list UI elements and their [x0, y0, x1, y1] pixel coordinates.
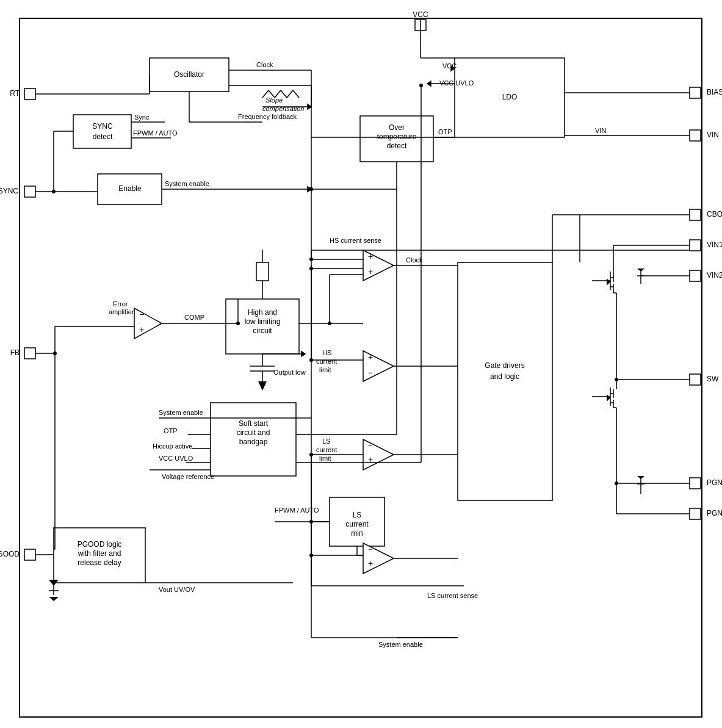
vcc-uvlo-ldo-label: VCC UVLO — [439, 79, 474, 87]
pin-SW — [690, 374, 701, 385]
sw-dot — [615, 378, 618, 381]
sync-detect-label2: detect — [93, 132, 113, 141]
ls-min-label1: LS — [353, 511, 362, 519]
pin-BIAS — [690, 87, 701, 98]
ls-min-fpwm-dot — [309, 520, 313, 524]
slope-comp-label2: compensation — [262, 105, 305, 112]
pin-PGND1 — [690, 478, 701, 489]
sync-detect-block — [73, 115, 131, 148]
hs-current-sense-label: HS current sense — [330, 237, 381, 244]
pgood-logic-label2: with filter and — [78, 549, 121, 558]
over-temp-label2: temperature — [377, 132, 417, 141]
high-low-label1: High and — [248, 308, 277, 317]
pin-PGOOD — [24, 549, 35, 560]
error-amp-label1: Error — [113, 300, 128, 308]
over-temp-label1: Over — [389, 123, 405, 132]
high-low-label3: circuit — [253, 326, 272, 335]
oscillator-label: Oscillator — [174, 70, 204, 79]
ls-min-label3: min — [351, 529, 363, 538]
pin-VIN2-label: VIN2 — [707, 271, 722, 279]
fpwm-auto2-label: FPWM / AUTO — [275, 506, 319, 514]
system-enable-bottom-label: System enable — [378, 641, 423, 648]
pin-RT-label: RT — [10, 89, 20, 98]
over-temp-label3: detect — [387, 142, 407, 150]
fpwm-label1: FPWM / AUTO — [133, 129, 178, 137]
high-low-label2: low limiting — [245, 317, 281, 326]
vcc-uvlo-ss-label: VCC UVLO — [159, 455, 193, 462]
ls-current-limit-label3: limit — [319, 455, 331, 462]
hs-limit-dot — [309, 358, 313, 362]
ls-limit-minus: − — [368, 441, 372, 450]
pin-RT — [24, 88, 35, 99]
hs-current-limit-label2: current — [316, 358, 337, 365]
hs-comp-plus1: + — [368, 251, 373, 261]
comp-dot — [236, 322, 240, 325]
otp-ss-label: OTP — [164, 427, 178, 434]
vcc-uvlo-dot — [419, 84, 423, 87]
pin-FB-label: FB — [10, 348, 20, 357]
enable-clock-dot — [309, 187, 313, 191]
ldo-label: LDO — [502, 93, 518, 101]
hs-comp-in2-dot — [328, 322, 331, 325]
freq-foldback-label: Frequency foldback — [238, 113, 297, 120]
pin-PGND1-label: PGND1 — [707, 478, 722, 487]
soft-start-label1: Soft start — [239, 419, 269, 428]
pin-VIN2 — [690, 270, 701, 281]
pin-BIAS-label: BIAS — [707, 88, 722, 96]
pin-ENSYNC-label: EN/SYNC — [0, 187, 18, 195]
pgood-logic-label1: PGOOD logic — [78, 540, 122, 549]
clock-gate-label: Clock — [406, 256, 423, 264]
gate-drivers-label2: and logic — [490, 372, 519, 381]
hs-limit-plus: + — [368, 352, 373, 362]
pin-VIN1-label: VIN1 — [707, 240, 722, 249]
error-amp-label2: amplifier — [109, 308, 134, 315]
hiccup-label: Hiccup active — [153, 442, 192, 450]
resistor-symbol — [256, 262, 269, 281]
hs-current-limit-label1: HS — [322, 349, 331, 356]
comp-label: COMP — [184, 314, 204, 321]
ls-min-comp-minus: − — [368, 545, 372, 553]
hs-current-limit-label3: limit — [319, 366, 331, 373]
pin-PGOOD-label: PGOOD — [0, 550, 20, 558]
pin-VIN-right — [690, 130, 701, 141]
pin-VCC-top-label: VCC — [413, 10, 428, 19]
pgood-logic-label3: release delay — [78, 558, 121, 567]
system-enable-label1: System enable — [165, 180, 209, 187]
soft-start-label3: bandgap — [239, 438, 268, 446]
gate-drivers-label1: Gate drivers — [485, 361, 524, 370]
otp-label: OTP — [438, 128, 452, 135]
fb-dot — [53, 351, 57, 355]
clock-signal-label: Clock — [256, 61, 273, 68]
gate-drivers-block — [458, 262, 552, 500]
ls-min-comp-plus: + — [368, 558, 373, 568]
diagram-container: { "title": "Block Diagram - Power Contro… — [0, 0, 722, 728]
ls-min-label2: current — [345, 520, 369, 528]
soft-start-label2: circuit and — [237, 428, 270, 437]
ls-current-limit-label1: LS — [322, 438, 330, 445]
schematic-svg: RT EN/SYNC FB PGOOD VCC BIAS VIN CBOOT V… — [0, 0, 722, 728]
pin-VIN1 — [690, 240, 701, 251]
vin-ldo-label: VIN — [595, 127, 606, 134]
pin-PGND2 — [690, 508, 701, 519]
sync-detect-label1: SYNC — [92, 122, 113, 131]
ls-current-sense-label: LS current sense — [427, 592, 478, 599]
ls-current-limit-label2: current — [316, 446, 337, 453]
vout-uvov-label: Vout UV/OV — [159, 586, 195, 593]
pin-FB — [24, 348, 35, 359]
pin-CBOOT-label: CBOOT — [707, 210, 722, 218]
pin-SW-label: SW — [707, 375, 719, 383]
voltage-ref-label: Voltage reference — [162, 473, 214, 480]
ea-plus: + — [139, 325, 144, 334]
output-low-label: Output low — [273, 369, 306, 376]
pin-ENSYNC — [24, 186, 35, 197]
pin-CBOOT — [690, 209, 701, 220]
pin-VIN-right-label: VIN — [707, 131, 719, 139]
hs-limit-minus: − — [368, 369, 372, 377]
ls-sense-comp-dot — [309, 453, 313, 456]
enable-label: Enable — [118, 184, 142, 193]
pin-PGND2-label: PGND2 — [707, 509, 722, 517]
sys-enable-ss-label: System enable — [159, 409, 203, 416]
sync-label: Sync — [134, 114, 150, 121]
hs-comp-plus2: + — [368, 267, 373, 276]
ea-minus: − — [139, 309, 144, 319]
